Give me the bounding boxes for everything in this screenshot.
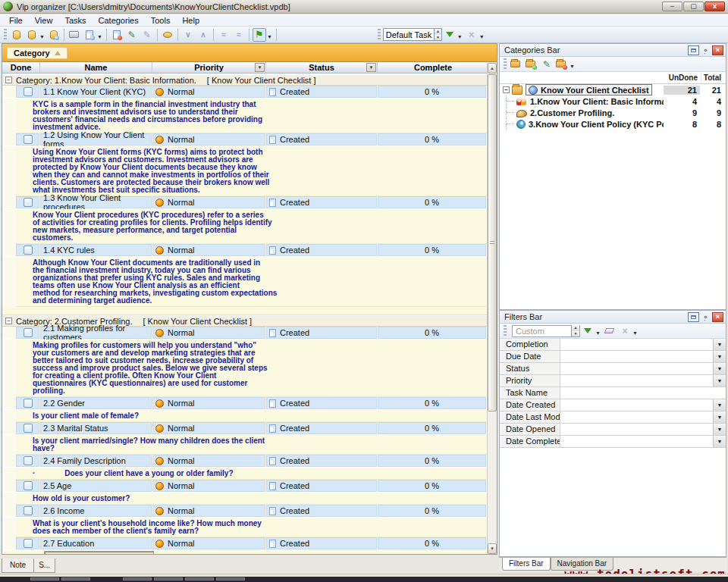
done-checkbox[interactable]: [24, 328, 33, 337]
minimize-button[interactable]: –: [662, 2, 682, 11]
chevron-down-icon[interactable]: ▼: [457, 34, 463, 39]
task-row[interactable]: 1.2 Using Know Your Client formsNormalCr…: [2, 133, 487, 146]
task-name-cell[interactable]: 2.7 Education: [40, 537, 152, 549]
filter-value-field[interactable]: [560, 436, 713, 447]
filter-dropdown-button[interactable]: ▼: [713, 411, 726, 423]
priority-cell[interactable]: Normal: [152, 537, 266, 549]
task-name-cell[interactable]: 1.2 Using Know Your Client forms: [40, 133, 152, 146]
filter-dropdown-button[interactable]: ▼: [713, 424, 726, 435]
menu-categories[interactable]: Categories: [93, 15, 145, 26]
tree-column-undone[interactable]: UnDone: [665, 72, 701, 83]
vertical-scrollbar[interactable]: ▲ ▼: [487, 63, 497, 554]
status-cell[interactable]: Created: [266, 327, 378, 339]
category-tree-item[interactable]: 3.Know Your Client Policy (KYC Policy).8…: [500, 118, 726, 130]
status-cell[interactable]: Created: [266, 133, 378, 146]
panel-pin-icon[interactable]: [700, 45, 711, 55]
filter-value-field[interactable]: [560, 363, 713, 374]
filter-value-field[interactable]: [560, 387, 726, 399]
bottom-tab-note[interactable]: Note: [2, 559, 34, 573]
task-view-combobox[interactable]: Default Task V ▲▼: [383, 28, 442, 41]
column-header-complete[interactable]: Complete: [378, 62, 488, 73]
show-notes-icon[interactable]: [161, 28, 174, 42]
status-cell[interactable]: Created: [266, 455, 378, 467]
task-row[interactable]: 1.1 Know Your Client (KYC)NormalCreated0…: [2, 86, 487, 99]
task-row[interactable]: 1.3 Know Your Client proceduresNormalCre…: [2, 196, 487, 209]
group-by-chip-category[interactable]: Category: [7, 47, 67, 59]
toolbar-drag-handle[interactable]: [4, 29, 7, 41]
task-row[interactable]: 2.2 GenderNormalCreated0 %: [2, 397, 487, 410]
delete-category-icon[interactable]: [555, 58, 569, 71]
column-header-status[interactable]: Status▼: [266, 62, 378, 73]
done-checkbox[interactable]: [24, 87, 33, 96]
categories-toolbar-overflow-icon[interactable]: ▼: [570, 64, 575, 69]
toolbar-drag-handle[interactable]: [504, 58, 507, 70]
priority-filter-button[interactable]: ▼: [255, 63, 265, 72]
priority-cell[interactable]: Normal: [152, 196, 266, 208]
panel-pin-icon[interactable]: [700, 312, 711, 322]
done-checkbox[interactable]: [24, 246, 33, 255]
status-cell[interactable]: Created: [266, 537, 378, 549]
chevron-down-icon[interactable]: ▼: [267, 34, 272, 39]
panel-close-icon[interactable]: ×: [712, 45, 723, 55]
done-checkbox[interactable]: [24, 135, 33, 144]
priority-cell[interactable]: Normal: [152, 505, 266, 517]
collapse-tree-icon[interactable]: −: [503, 86, 510, 93]
priority-cell[interactable]: Normal: [152, 480, 266, 492]
status-filter-button[interactable]: ▼: [366, 63, 376, 72]
close-button[interactable]: x: [704, 2, 725, 11]
filter-preset-spinner[interactable]: ▲▼: [571, 325, 579, 336]
tree-column-total[interactable]: Total: [701, 72, 724, 83]
edit-task-icon[interactable]: ✎: [125, 28, 139, 42]
task-row[interactable]: 2.5 AgeNormalCreated0 %: [2, 480, 487, 493]
status-cell[interactable]: Created: [266, 397, 378, 409]
task-row[interactable]: 2.7 EducationNormalCreated0 %: [2, 537, 487, 550]
apply-filter-icon[interactable]: [581, 324, 595, 338]
filter-value-field[interactable]: [560, 411, 713, 423]
task-name-cell[interactable]: 2.5 Age: [40, 480, 152, 492]
status-cell[interactable]: Created: [266, 244, 378, 256]
status-cell[interactable]: Created: [266, 86, 378, 98]
task-name-cell[interactable]: 2.3 Marital Status: [40, 422, 152, 434]
edit-category-icon[interactable]: ✎: [540, 58, 554, 71]
print-icon[interactable]: [67, 28, 81, 42]
dock-tab-filters-bar[interactable]: Filters Bar: [502, 558, 551, 571]
column-header-done[interactable]: Done: [2, 62, 40, 73]
windows-taskbar[interactable]: [0, 577, 728, 582]
task-row[interactable]: 1.4 KYC rulesNormalCreated0 %: [2, 244, 487, 257]
filter-dropdown-button[interactable]: ▼: [713, 436, 726, 447]
status-cell[interactable]: Created: [266, 196, 378, 208]
collapse-group-icon[interactable]: −: [5, 318, 12, 324]
view-mode-icon[interactable]: ⚑: [253, 28, 266, 42]
task-view-spinner[interactable]: ▲▼: [434, 29, 441, 40]
collapse-all-icon[interactable]: ≈: [232, 28, 246, 42]
priority-cell[interactable]: Normal: [152, 327, 266, 339]
filter-dropdown-button[interactable]: ▼: [713, 399, 726, 411]
open-database-icon[interactable]: [25, 28, 39, 42]
filter-value-field[interactable]: [560, 399, 713, 411]
scrollbar-thumb[interactable]: [488, 74, 497, 411]
menu-tools[interactable]: Tools: [145, 15, 177, 26]
priority-cell[interactable]: Normal: [152, 455, 266, 467]
menu-help[interactable]: Help: [176, 15, 206, 26]
done-checkbox[interactable]: [24, 481, 33, 490]
filter-value-field[interactable]: [560, 339, 713, 350]
filter-value-field[interactable]: [560, 351, 713, 362]
priority-cell[interactable]: Normal: [152, 244, 266, 256]
filter-value-field[interactable]: [560, 375, 713, 386]
scroll-up-button[interactable]: ▲: [488, 63, 497, 74]
done-checkbox[interactable]: [24, 198, 33, 207]
clear-filter-icon[interactable]: [603, 324, 617, 338]
apply-view-icon[interactable]: [443, 28, 457, 42]
priority-cell[interactable]: Normal: [152, 422, 266, 434]
priority-cell[interactable]: Normal: [152, 133, 266, 146]
expand-all-icon[interactable]: ≈: [217, 28, 231, 42]
new-subcategory-icon[interactable]: [525, 58, 538, 71]
chevron-down-icon[interactable]: ▼: [39, 34, 45, 39]
category-tree-item[interactable]: 2.Customer Profiling.99: [500, 107, 726, 118]
chevron-down-icon[interactable]: ▼: [97, 34, 102, 39]
maximize-button[interactable]: ▢: [683, 2, 704, 11]
task-row[interactable]: 2.1 Making profiles for customersNormalC…: [2, 327, 487, 340]
toolbar-drag-handle[interactable]: [504, 325, 507, 337]
task-name-cell[interactable]: 2.1 Making profiles for customers: [40, 327, 152, 339]
task-row[interactable]: 2.6 IncomeNormalCreated0 %: [2, 505, 487, 518]
